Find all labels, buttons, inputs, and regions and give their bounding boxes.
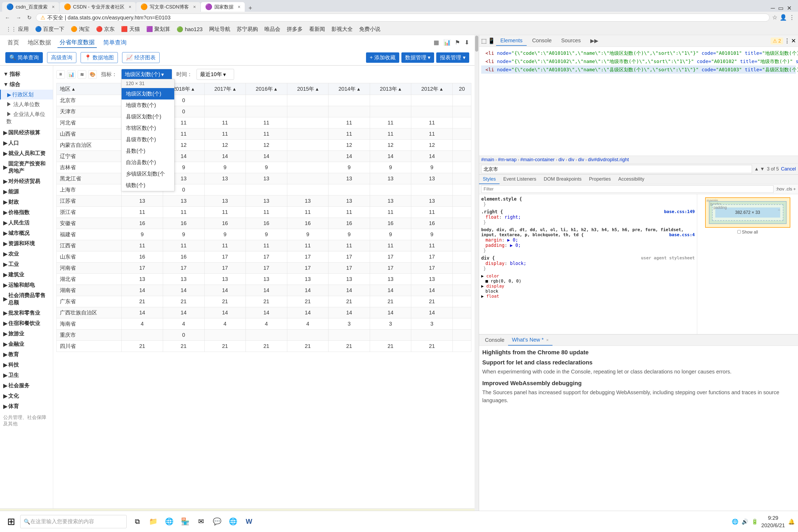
sidebar-item-administrative[interactable]: ▶ 行政区划 [0,90,53,99]
taskbar-app-mail[interactable]: ✉ [194,514,209,529]
sidebar-wholesale[interactable]: ▶ 批发和零售业 [0,308,53,318]
devtools-tab-sources[interactable]: Sources [557,36,585,46]
sidebar-construction[interactable]: ▶ 建筑业 [0,269,53,280]
filter-add-btn[interactable]: + [793,187,796,192]
bookmark-pdd[interactable]: 拼多多 [284,24,305,34]
sidebar-item-corp-units[interactable]: ▶ 企业法人单位数 [0,109,53,126]
nav-home[interactable]: 首页 [5,38,21,48]
close-icon[interactable]: ✕ [787,5,792,12]
sidebar-fixed-assets[interactable]: ▶ 固定资产投资和房地产 [0,158,53,176]
source-base4[interactable]: base.css:4 [669,232,695,237]
chart-view-icon[interactable]: 📊 [67,70,76,79]
breadcrumb-div2[interactable]: div [568,157,574,163]
sidebar-tech[interactable]: ▶ 科技 [0,360,53,370]
sidebar-sports[interactable]: ▶ 体育 [0,401,53,412]
sidebar-price[interactable]: ▶ 价格指数 [0,207,53,217]
sidebar-culture[interactable]: ▶ 文化 [0,391,53,401]
new-tab-button[interactable]: + [245,4,255,12]
bookmark-nav[interactable]: 网址导航 [206,24,233,34]
breadcrumb-main[interactable]: #main [481,157,494,163]
tab-dom-breakpoints[interactable]: DOM Breakpoints [540,175,585,184]
source-right[interactable]: base.css:149 [664,209,695,214]
sidebar-city[interactable]: ▶ 城市概况 [0,228,53,238]
devtools-tab-elements[interactable]: Elements [496,36,527,46]
bookmark-tmall[interactable]: 🟥 天猫 [118,24,142,34]
tab-4-close[interactable]: × [238,4,241,10]
scroll-thumb[interactable] [475,36,478,52]
devtools-tab-more[interactable]: ▶▶ [586,36,603,46]
taskbar-start-button[interactable]: ⊞ [3,514,19,530]
tab-2-close[interactable]: × [129,4,132,10]
taskbar-app-task-view[interactable]: ⧉ [130,514,145,529]
account-icon[interactable]: 👤 [780,14,787,21]
show-all-checkbox[interactable] [737,230,741,233]
sidebar-finance[interactable]: ▶ 财政 [0,197,53,207]
sidebar-agriculture[interactable]: ▶ 农业 [0,249,53,259]
sidebar-national-econ[interactable]: ▶ 国民经济核算 [0,128,53,138]
sidebar-health[interactable]: ▶ 卫生 [0,370,53,380]
sidebar-banking[interactable]: ▶ 金融业 [0,339,53,349]
taskbar-app-wechat[interactable]: 💬 [210,514,225,529]
bookmark-novel[interactable]: 免费小说 [357,24,383,34]
sidebar-tourism[interactable]: ▶ 旅游业 [0,328,53,339]
tab-properties[interactable]: Properties [585,175,614,184]
list-view-icon[interactable]: ≡ [56,70,65,79]
bookmark-suning[interactable]: 苏宁易购 [234,24,261,34]
minimize-icon[interactable]: ─ [771,5,775,12]
bookmark-hao123[interactable]: 🟢 hao123 [174,25,205,34]
bookmark-taobao[interactable]: 🟠 淘宝 [68,24,92,34]
indicator-dropdown[interactable]: 地级区划数(个) ▾ 120 × 31 地级区划数(个) 地级市数(个) 县级区… [121,69,172,80]
bookmark-video[interactable]: 影视大全 [329,24,355,34]
simple-query-btn[interactable]: 🔍 简单查询 [5,52,43,63]
tab-3-close[interactable]: × [193,4,196,10]
sidebar-comprehensive-title[interactable]: ▼ 综合 [0,79,53,90]
advanced-query-btn[interactable]: 高级查询 [47,52,76,63]
sidebar-education[interactable]: ▶ 教育 [0,349,53,360]
element-search-input[interactable] [481,165,752,173]
add-bookmark-btn[interactable]: + 添加收藏 [366,52,399,63]
search-cancel-btn[interactable]: Cancel [781,166,796,172]
taskbar-app-edge[interactable]: 🌐 [162,514,177,529]
bookmark-star-icon[interactable]: ☆ [772,14,778,21]
data-mgmt-btn[interactable]: 数据管理 ▾ [401,52,434,63]
bookmark-news[interactable]: 看新闻 [306,24,328,34]
tab-accessibility[interactable]: Accessibility [614,175,648,184]
taskbar-app-word[interactable]: W [242,514,256,529]
dropdown-item-7[interactable]: 乡镇级区划数(个 [121,168,174,179]
nav-simple[interactable]: 简单查询 [101,38,129,48]
sidebar-industry[interactable]: ▶ 工业 [0,259,53,269]
tab-3[interactable]: 🟠 写文章-CSDN博客 × [136,2,200,12]
breadcrumb-div3[interactable]: div [578,157,584,163]
sidebar-retail[interactable]: ▶ 社会消费品零售总额 [0,290,53,308]
nav-province[interactable]: 分省年度数据 [57,37,97,48]
data-map-btn[interactable]: 📍 数据地图 [81,52,118,63]
dropdown-item-3[interactable]: 市辖区数(个) [121,122,174,134]
time-dropdown[interactable]: 最近10年 ▾ [196,69,234,80]
taskbar-app-explorer[interactable]: 📁 [146,514,161,529]
maximize-icon[interactable]: ▭ [778,5,784,12]
devtools-inspect-icon[interactable]: ⬚ [481,38,487,44]
sidebar-foreign-trade[interactable]: ▶ 对外经济贸易 [0,176,53,187]
console-tab-close-icon[interactable]: × [546,338,549,342]
sidebar-transport[interactable]: ▶ 运输和邮电 [0,280,53,290]
tab-1[interactable]: 🔵 csdn_百度搜索 × [2,2,59,12]
tab-4[interactable]: 🟣 国家数据 × [201,2,245,12]
console-tab-console[interactable]: Console [481,335,508,345]
bookmark-baidu[interactable]: 🔵 百度一下 [33,24,67,34]
devtools-close-icon[interactable]: ✕ [791,38,796,44]
taskbar-app-store[interactable]: 🏪 [178,514,193,529]
sidebar-resources[interactable]: ▶ 资源和环境 [0,238,53,249]
sidebar-livelihood[interactable]: ▶ 人民生活 [0,217,53,228]
dropdown-item-5[interactable]: 县数(个) [121,145,174,157]
taskbar-clock[interactable]: 9:29 2020/6/21 [761,514,785,529]
search-next-icon[interactable]: ▼ [760,166,765,172]
sidebar-employment[interactable]: ▶ 就业人员和工资 [0,148,53,158]
dropdown-item-4[interactable]: 县级市数(个) [121,134,174,145]
sidebar-population[interactable]: ▶ 人口 [0,138,53,148]
filter-hover-btn[interactable]: :hov [776,187,784,192]
breadcrumb-maincontainer[interactable]: #main-container [520,157,555,163]
bookmark-jhs[interactable]: 🟪 聚划算 [144,24,173,34]
address-bar[interactable]: ⚠ 不安全 | data.stats.gov.cn/easyquery.htm?… [36,14,770,22]
sidebar-item-legal-units[interactable]: ▶ 法人单位数 [0,99,53,109]
breadcrumb-mwrap[interactable]: #m-wrap [498,157,517,163]
